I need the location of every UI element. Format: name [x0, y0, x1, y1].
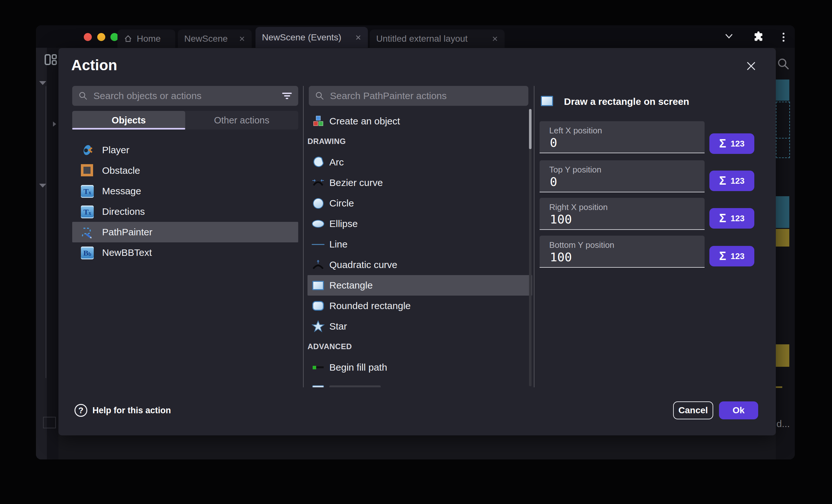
action-row-quadratic-curve[interactable]: Quadratic curve — [308, 255, 532, 275]
traffic-close-button[interactable] — [84, 33, 92, 41]
begin-fill-path-icon — [312, 361, 324, 374]
field-right-x-input[interactable] — [549, 212, 692, 227]
tab-newscene-events[interactable]: NewScene (Events) — [256, 27, 368, 48]
tab-newscene[interactable]: NewScene — [178, 29, 252, 48]
object-row-pathpainter-selected[interactable]: PathPainter — [72, 222, 298, 242]
tab-close-icon[interactable] — [239, 35, 245, 42]
field-label: Top Y position — [549, 165, 601, 175]
sigma-icon: Σ — [719, 249, 726, 263]
help-icon: ? — [75, 404, 87, 417]
circle-icon — [312, 197, 324, 210]
action-row-rounded-rectangle[interactable]: Rounded rectangle — [308, 296, 532, 316]
action-row-create-object[interactable]: Create an object — [308, 111, 532, 132]
object-row-message[interactable]: Tx Message — [72, 181, 298, 201]
action-row-begin-fill-path[interactable]: Begin fill path — [308, 357, 532, 378]
tab-home[interactable]: Home — [118, 29, 175, 48]
expand-arrow-icon[interactable] — [53, 121, 56, 127]
panel-divider — [534, 86, 535, 387]
event-action-block — [776, 344, 789, 367]
search-icon[interactable] — [777, 57, 790, 71]
collapse-arrow-icon[interactable] — [39, 81, 46, 85]
action-label: Star — [329, 321, 347, 332]
tab-label: NewScene — [184, 34, 228, 44]
tab-objects[interactable]: Objects — [72, 111, 185, 130]
action-row-rectangle-selected[interactable]: Rectangle — [308, 275, 532, 296]
bbtext-object-icon: Bb — [81, 247, 94, 259]
action-row-circle[interactable]: Circle — [308, 193, 532, 214]
ok-button[interactable]: Ok — [719, 401, 758, 419]
expression-editor-button[interactable]: Σ 123 — [709, 171, 754, 191]
text-object-icon: Tx — [81, 205, 94, 218]
object-label: Message — [102, 186, 141, 197]
action-row-clipped[interactable] — [308, 378, 532, 387]
obstacle-icon — [81, 164, 93, 176]
expression-editor-button[interactable]: Σ 123 — [709, 246, 754, 267]
quadratic-curve-icon — [312, 258, 324, 271]
app-window: Home NewScene NewScene (Events) Untitled… — [36, 25, 795, 459]
expression-editor-button[interactable]: Σ 123 — [709, 208, 754, 229]
action-label: Quadratic curve — [329, 259, 397, 270]
scrollbar-track[interactable] — [529, 109, 531, 386]
object-label: PathPainter — [102, 227, 153, 237]
layout-grid-icon — [44, 54, 57, 66]
panel-divider — [303, 86, 304, 387]
tab-close-icon[interactable] — [492, 35, 498, 42]
action-list: Create an object DRAWING Arc — [308, 108, 532, 387]
field-left-x: Left X position — [540, 121, 705, 153]
text-object-icon: Tx — [81, 185, 94, 198]
action-row-star[interactable]: Star — [308, 316, 532, 337]
tab-untitled-external-layout[interactable]: Untitled external layout — [370, 29, 504, 48]
object-row-directions[interactable]: Tx Directions — [72, 201, 298, 222]
field-top-y-input[interactable] — [549, 174, 692, 189]
action-row-arc[interactable]: Arc — [308, 152, 532, 172]
scrollbar-thumb[interactable] — [529, 109, 531, 149]
action-label: Line — [329, 239, 348, 250]
action-search-box — [309, 86, 528, 106]
chevron-down-icon[interactable] — [725, 33, 733, 39]
field-label: Left X position — [549, 126, 602, 136]
event-action-block — [776, 229, 789, 247]
help-link[interactable]: ? Help for this action — [75, 404, 171, 417]
event-action-sliver — [776, 386, 782, 388]
clipped-action-icon — [312, 382, 324, 387]
action-row-bezier-curve[interactable]: Bezier curve — [308, 172, 532, 193]
traffic-minimize-button[interactable] — [97, 33, 105, 41]
action-search-input[interactable] — [329, 90, 522, 102]
action-row-ellipse[interactable]: Ellipse — [308, 214, 532, 234]
search-icon — [79, 91, 88, 100]
rectangle-action-icon — [541, 96, 553, 106]
sigma-icon: Σ — [719, 137, 726, 150]
event-condition-block — [776, 196, 789, 228]
close-icon[interactable] — [746, 61, 756, 71]
object-row-newbbtext[interactable]: Bb NewBBText — [72, 242, 298, 263]
expression-editor-button[interactable]: Σ 123 — [709, 133, 754, 154]
tab-label: NewScene (Events) — [262, 32, 341, 43]
field-right-x: Right X position — [540, 198, 705, 230]
field-bottom-y-input[interactable] — [549, 250, 692, 264]
field-left-x-input[interactable] — [549, 135, 692, 150]
object-row-player[interactable]: Player — [72, 140, 298, 160]
object-row-obstacle[interactable]: Obstacle — [72, 160, 298, 181]
dialog-title: Action — [71, 56, 117, 74]
arc-icon — [312, 156, 324, 169]
sigma-icon: Σ — [719, 212, 726, 225]
star-icon — [312, 320, 324, 333]
action-row-line[interactable]: Line — [308, 234, 532, 255]
pathpainter-icon — [81, 226, 94, 239]
filter-icon[interactable] — [282, 91, 292, 100]
action-label: Begin fill path — [329, 362, 387, 373]
kebab-menu-icon[interactable] — [783, 31, 784, 43]
action-label: Ellipse — [329, 218, 358, 229]
tab-close-icon[interactable] — [355, 34, 361, 41]
extensions-puzzle-icon[interactable] — [754, 30, 764, 41]
cancel-button[interactable]: Cancel — [673, 401, 713, 419]
player-icon — [81, 144, 94, 157]
line-icon — [312, 238, 324, 251]
action-label: Bezier curve — [329, 177, 383, 188]
collapse-arrow-icon[interactable] — [39, 184, 46, 188]
tab-other-actions[interactable]: Other actions — [185, 111, 298, 130]
field-top-y: Top Y position — [540, 160, 705, 192]
tab-label: Untitled external layout — [376, 34, 468, 44]
event-condition-block — [776, 80, 789, 101]
object-search-input[interactable] — [93, 90, 277, 102]
